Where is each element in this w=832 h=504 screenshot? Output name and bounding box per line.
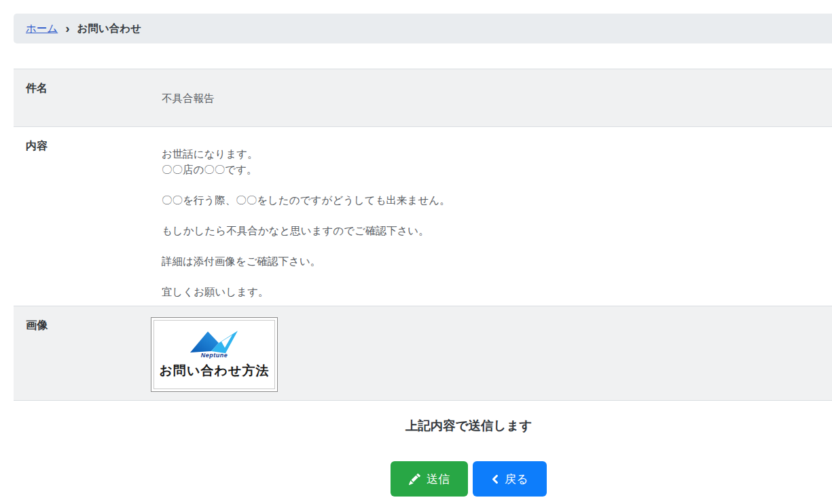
body-label: 内容 bbox=[14, 127, 151, 306]
breadcrumb-separator-icon: › bbox=[65, 22, 69, 35]
image-label: 画像 bbox=[14, 306, 151, 400]
attachment-caption: お問い合わせ方法 bbox=[160, 362, 270, 380]
body-value: お世話になります。 〇〇店の〇〇です。 〇〇を行う際、〇〇をしたのですがどうして… bbox=[162, 147, 832, 300]
breadcrumb: ホーム › お問い合わせ bbox=[14, 14, 832, 43]
confirm-message: 上記内容で送信します bbox=[14, 417, 832, 434]
breadcrumb-home-link[interactable]: ホーム bbox=[26, 22, 58, 36]
form-row-body: 内容 お世話になります。 〇〇店の〇〇です。 〇〇を行う際、〇〇をしたのですがど… bbox=[14, 127, 832, 306]
breadcrumb-current: お問い合わせ bbox=[77, 22, 141, 36]
back-button-label: 戻る bbox=[505, 471, 528, 487]
pencil-icon bbox=[409, 473, 420, 485]
submit-button-label: 送信 bbox=[427, 471, 450, 487]
attachment-thumbnail[interactable]: Neptune お問い合わせ方法 bbox=[151, 317, 278, 392]
confirmation-table: 件名 不具合報告 内容 お世話になります。 〇〇店の〇〇です。 〇〇を行う際、〇… bbox=[14, 69, 832, 401]
contact-confirm-page: ホーム › お問い合わせ 件名 不具合報告 内容 お世話になります。 〇〇店の〇… bbox=[14, 14, 832, 497]
subject-value: 不具合報告 bbox=[162, 92, 832, 106]
attachment-image: Neptune お問い合わせ方法 bbox=[153, 320, 275, 389]
neptune-logo-icon bbox=[189, 329, 240, 354]
chevron-left-icon bbox=[491, 474, 499, 484]
form-row-image: 画像 bbox=[14, 306, 832, 401]
back-button[interactable]: 戻る bbox=[473, 461, 546, 497]
neptune-logo-text: Neptune bbox=[201, 352, 228, 359]
form-row-subject: 件名 不具合報告 bbox=[14, 69, 832, 127]
action-buttons: 送信 戻る bbox=[14, 461, 832, 497]
submit-button[interactable]: 送信 bbox=[391, 461, 468, 497]
subject-label: 件名 bbox=[14, 69, 151, 126]
